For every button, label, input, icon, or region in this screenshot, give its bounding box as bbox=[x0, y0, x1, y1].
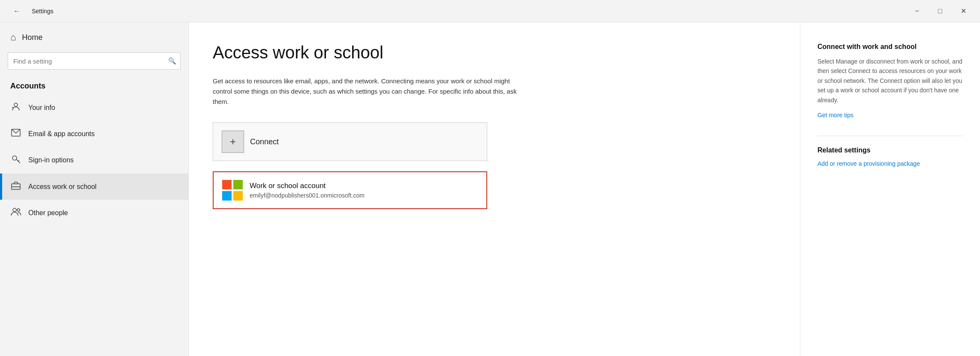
sidebar-item-other-people[interactable]: Other people bbox=[0, 200, 188, 226]
ms-logo-yellow bbox=[233, 191, 243, 201]
sidebar-item-label: Email & app accounts bbox=[28, 130, 95, 138]
get-tips-link[interactable]: Get more tips bbox=[817, 112, 963, 119]
sidebar-search: 🔍 bbox=[8, 52, 181, 70]
app-body: ⌂ Home 🔍 Accounts Your info bbox=[0, 22, 980, 356]
email-icon bbox=[10, 129, 21, 139]
svg-point-0 bbox=[14, 103, 18, 106]
right-panel: Connect with work and school Select Mana… bbox=[800, 22, 980, 356]
maximize-button[interactable]: □ bbox=[930, 3, 950, 19]
sidebar: ⌂ Home 🔍 Accounts Your info bbox=[0, 22, 189, 356]
microsoft-logo bbox=[222, 180, 243, 201]
svg-point-9 bbox=[17, 209, 20, 211]
people-icon bbox=[10, 207, 21, 218]
ms-logo-red bbox=[222, 180, 232, 189]
search-input[interactable] bbox=[8, 52, 181, 70]
maximize-icon: □ bbox=[938, 7, 942, 15]
page-title: Access work or school bbox=[213, 43, 776, 62]
main-content: Access work or school Get access to reso… bbox=[189, 22, 800, 356]
connect-section-title: Connect with work and school bbox=[817, 43, 963, 51]
account-email: emilyf@nodpublishers001.onmicrosoft.com bbox=[250, 192, 365, 199]
back-icon: ← bbox=[13, 7, 20, 15]
ms-logo-blue bbox=[222, 191, 232, 201]
title-bar-controls: − □ ✕ bbox=[907, 3, 973, 19]
account-card[interactable]: Work or school account emilyf@nodpublish… bbox=[213, 171, 487, 209]
divider bbox=[817, 136, 963, 136]
close-button[interactable]: ✕ bbox=[953, 3, 973, 19]
back-button[interactable]: ← bbox=[7, 3, 27, 19]
sidebar-home[interactable]: ⌂ Home bbox=[0, 22, 188, 52]
plus-icon: + bbox=[222, 131, 244, 153]
ms-logo-green bbox=[233, 180, 243, 189]
page-description: Get access to resources like email, apps… bbox=[213, 76, 522, 107]
sidebar-item-label: Other people bbox=[28, 209, 68, 217]
briefcase-icon bbox=[10, 181, 21, 192]
account-name: Work or school account bbox=[250, 182, 365, 190]
title-bar: ← Settings − □ ✕ bbox=[0, 0, 980, 22]
sidebar-item-sign-in[interactable]: Sign-in options bbox=[0, 146, 188, 173]
related-section-title: Related settings bbox=[817, 146, 963, 154]
sidebar-item-your-info[interactable]: Your info bbox=[0, 94, 188, 121]
minimize-button[interactable]: − bbox=[907, 3, 927, 19]
sidebar-item-access-work[interactable]: Access work or school bbox=[0, 173, 188, 200]
person-icon bbox=[10, 102, 21, 113]
title-bar-left: ← Settings bbox=[7, 3, 54, 19]
svg-line-5 bbox=[18, 160, 19, 161]
sidebar-home-label: Home bbox=[22, 33, 42, 42]
account-card-info: Work or school account emilyf@nodpublish… bbox=[250, 182, 365, 199]
sidebar-item-label: Your info bbox=[28, 104, 55, 112]
sidebar-item-label: Sign-in options bbox=[28, 156, 74, 164]
sidebar-item-label: Access work or school bbox=[28, 183, 96, 191]
minimize-icon: − bbox=[915, 7, 919, 15]
add-remove-provisioning-link[interactable]: Add or remove a provisioning package bbox=[817, 160, 963, 167]
sidebar-section-title: Accounts bbox=[0, 77, 188, 94]
search-icon: 🔍 bbox=[168, 57, 176, 65]
svg-point-8 bbox=[13, 208, 16, 212]
home-icon: ⌂ bbox=[10, 32, 16, 43]
connect-button[interactable]: + Connect bbox=[213, 122, 487, 161]
connect-label: Connect bbox=[250, 137, 279, 146]
key-icon bbox=[10, 154, 21, 166]
close-icon: ✕ bbox=[961, 7, 966, 15]
app-name: Settings bbox=[32, 8, 54, 15]
sidebar-item-email-app[interactable]: Email & app accounts bbox=[0, 121, 188, 146]
connect-description: Select Manage or disconnect from work or… bbox=[817, 57, 963, 105]
